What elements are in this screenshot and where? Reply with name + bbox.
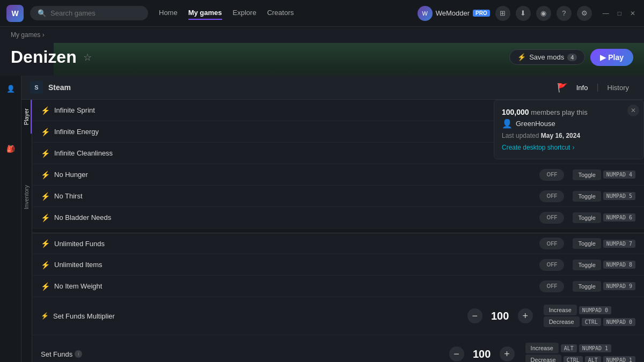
tab-info[interactable]: Info xyxy=(570,82,595,94)
mod-row-no-bladder: ⚡ No Bladder Needs OFF Toggle NUMPAD 6 xyxy=(32,207,644,228)
info-user: 👤 GreenHouse xyxy=(502,119,636,129)
search-input[interactable] xyxy=(50,9,141,17)
stepper-group-funds-multiplier: ⚡ Set Funds Multiplier − 100 + Increase … xyxy=(32,297,644,335)
stepper-actions-multiplier: Increase NUMPAD 0 Decrease CTRL NUMPAD 0 xyxy=(544,305,635,327)
nav-right: W WeModder PRO ⊞ ⬇ ◉ ? ⚙ — □ ✕ xyxy=(418,6,638,21)
bolt-icon-cleanliness: ⚡ xyxy=(41,149,50,158)
bolt-icon-hunger: ⚡ xyxy=(41,171,50,179)
set-funds-value: 100 xyxy=(469,348,495,360)
help-icon[interactable]: ? xyxy=(557,6,572,21)
favorite-icon[interactable]: ☆ xyxy=(83,51,92,63)
kbd-weight: NUMPAD 9 xyxy=(603,282,635,290)
flag-icon[interactable]: 🚩 xyxy=(557,83,568,93)
stepper-name-set-funds: Set Funds i xyxy=(41,350,445,358)
kbd-funds: NUMPAD 7 xyxy=(603,240,635,248)
sidebar-player-icon[interactable]: 👤 xyxy=(3,81,18,96)
info-updated: Last updated May 16, 2024 xyxy=(502,132,636,139)
mod-action-items: Toggle NUMPAD 8 xyxy=(573,260,635,270)
toggle-btn-thirst[interactable]: Toggle xyxy=(573,191,601,202)
toggle-no-item-weight[interactable]: OFF xyxy=(539,280,564,292)
increase-action-set-funds: Increase ALT NUMPAD 1 xyxy=(525,343,635,353)
increase-funds-multiplier-button[interactable]: + xyxy=(518,308,533,323)
discord-icon[interactable]: ◉ xyxy=(536,6,551,21)
maximize-button[interactable]: □ xyxy=(616,9,624,18)
info-members-count: 100,000 xyxy=(502,108,529,116)
close-button[interactable]: ✕ xyxy=(628,9,638,18)
page-title-row: Denizen ☆ ⚡ Save mods 4 ▶ Play xyxy=(0,43,644,76)
tab-player[interactable]: Player xyxy=(21,100,32,134)
page-title: Denizen xyxy=(11,47,77,67)
breadcrumb-parent[interactable]: My games xyxy=(11,31,40,39)
mod-name-infinite-sprint: Infinite Sprint xyxy=(54,106,535,114)
user-badge: W WeModder PRO xyxy=(418,6,490,21)
mod-action-bladder: Toggle NUMPAD 6 xyxy=(573,212,635,223)
increase-label-multiplier[interactable]: Increase xyxy=(544,305,577,315)
mod-row-no-thirst: ⚡ No Thirst OFF Toggle NUMPAD 5 xyxy=(32,186,644,207)
nav-explore[interactable]: Explore xyxy=(233,6,257,20)
kbd-decrease-alt: ALT xyxy=(585,356,601,363)
info-updated-date: May 16, 2024 xyxy=(541,132,580,139)
minimize-button[interactable]: — xyxy=(601,9,611,18)
decrease-set-funds-button[interactable]: − xyxy=(449,346,464,361)
steam-header: S Steam 🚩 Info | History xyxy=(21,76,644,100)
kbd-items: NUMPAD 8 xyxy=(603,261,635,269)
toggle-btn-hunger[interactable]: Toggle xyxy=(573,169,601,180)
toggle-no-thirst[interactable]: OFF xyxy=(539,190,564,202)
breadcrumb: My games › xyxy=(0,27,644,43)
title-actions: ⚡ Save mods 4 ▶ Play xyxy=(509,49,633,66)
increase-action-multiplier: Increase NUMPAD 0 xyxy=(544,305,635,315)
increase-set-funds-button[interactable]: + xyxy=(500,346,515,361)
decrease-action-multiplier: Decrease CTRL NUMPAD 0 xyxy=(544,316,635,327)
funds-multiplier-value: 100 xyxy=(487,310,514,322)
bolt-icon-funds: ⚡ xyxy=(41,239,50,248)
decrease-label-multiplier[interactable]: Decrease xyxy=(544,316,580,327)
sidebar-inventory-icon[interactable]: 🎒 xyxy=(3,141,18,156)
bolt-icon-energy: ⚡ xyxy=(41,128,50,136)
settings-icon[interactable]: ⚙ xyxy=(577,6,592,21)
increase-label-set-funds[interactable]: Increase xyxy=(525,343,559,353)
nav-creators[interactable]: Creators xyxy=(267,6,294,20)
library-icon[interactable]: ⊞ xyxy=(495,6,510,21)
download-icon[interactable]: ⬇ xyxy=(516,6,531,21)
toggle-unlimited-funds[interactable]: OFF xyxy=(539,238,564,249)
toggle-btn-bladder[interactable]: Toggle xyxy=(573,212,601,223)
decrease-funds-multiplier-button[interactable]: − xyxy=(467,308,482,323)
save-mods-button[interactable]: ⚡ Save mods 4 xyxy=(509,49,585,65)
kbd-decrease-ctrl: CTRL xyxy=(564,356,583,363)
info-desktop-shortcut[interactable]: Create desktop shortcut › xyxy=(502,144,636,151)
stepper-name-funds-multiplier: Set Funds Multiplier xyxy=(53,312,463,320)
sidebar-icons: 👤 🎒 xyxy=(0,76,21,362)
decrease-label-set-funds[interactable]: Decrease xyxy=(525,354,561,362)
app-logo[interactable]: W xyxy=(6,5,24,22)
info-members-label: members play this xyxy=(531,108,587,116)
toggle-unlimited-items[interactable]: OFF xyxy=(539,259,564,271)
mod-name-no-bladder: No Bladder Needs xyxy=(54,213,535,221)
stepper-controls-set-funds: − 100 + xyxy=(449,346,515,361)
kbd-decrease-numpad1: NUMPAD 1 xyxy=(603,356,635,363)
side-tabs: Player Inventory xyxy=(21,100,32,362)
save-mods-label: Save mods xyxy=(529,53,564,61)
info-icon-set-funds[interactable]: i xyxy=(75,350,82,358)
search-bar: 🔍 xyxy=(30,6,148,20)
nav-home[interactable]: Home xyxy=(159,6,178,20)
kbd-increase-multiplier: NUMPAD 0 xyxy=(579,306,611,314)
mod-action-funds: Toggle NUMPAD 7 xyxy=(573,238,635,249)
mod-name-unlimited-items: Unlimited Items xyxy=(54,261,535,269)
info-panel-close-button[interactable]: ✕ xyxy=(627,105,639,116)
stepper-controls-multiplier: − 100 + xyxy=(467,308,533,323)
save-mods-count: 4 xyxy=(567,54,577,61)
stepper-row-set-funds: Set Funds i − 100 + Increase ALT xyxy=(41,341,635,362)
bolt-icon-sprint: ⚡ xyxy=(41,106,50,115)
play-button[interactable]: ▶ Play xyxy=(590,49,633,66)
tab-history[interactable]: History xyxy=(601,82,635,94)
tab-inventory[interactable]: Inventory xyxy=(21,176,32,218)
steam-tabs: 🚩 Info | History xyxy=(557,82,635,94)
stepper-row-funds-multiplier: ⚡ Set Funds Multiplier − 100 + Increase … xyxy=(41,302,635,329)
toggle-btn-weight[interactable]: Toggle xyxy=(573,281,601,292)
toggle-no-hunger[interactable]: OFF xyxy=(539,169,564,181)
mod-row-unlimited-funds: ⚡ Unlimited Funds OFF Toggle NUMPAD 7 xyxy=(32,233,644,254)
toggle-btn-items[interactable]: Toggle xyxy=(573,260,601,270)
toggle-btn-funds[interactable]: Toggle xyxy=(573,238,601,249)
toggle-no-bladder[interactable]: OFF xyxy=(539,212,564,224)
nav-my-games[interactable]: My games xyxy=(188,6,222,20)
